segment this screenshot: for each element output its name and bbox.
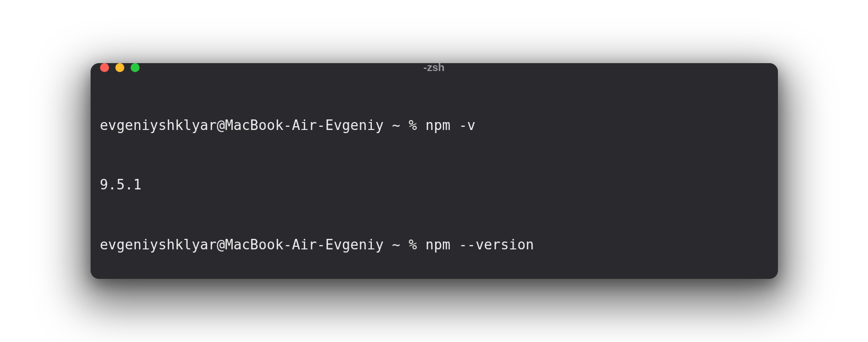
close-icon[interactable] [100, 63, 109, 72]
terminal-line: 9.5.1 [100, 175, 768, 195]
prompt-text: evgeniyshklyar@MacBook-Air-Evgeniy ~ % [100, 117, 426, 133]
titlebar: -zsh [91, 63, 778, 72]
terminal-window: -zsh evgeniyshklyar@MacBook-Air-Evgeniy … [91, 63, 778, 279]
output-text: 9.5.1 [100, 177, 142, 193]
window-title: -zsh [423, 63, 445, 74]
maximize-icon[interactable] [131, 63, 140, 72]
command-text: npm --version [426, 237, 534, 253]
prompt-text: evgeniyshklyar@MacBook-Air-Evgeniy ~ % [100, 237, 426, 253]
terminal-line: evgeniyshklyar@MacBook-Air-Evgeniy ~ % n… [100, 116, 768, 136]
terminal-body[interactable]: evgeniyshklyar@MacBook-Air-Evgeniy ~ % n… [91, 72, 778, 279]
minimize-icon[interactable] [115, 63, 124, 72]
traffic-lights [100, 63, 140, 72]
command-text: npm -v [426, 117, 476, 133]
terminal-line: evgeniyshklyar@MacBook-Air-Evgeniy ~ % n… [100, 235, 768, 255]
